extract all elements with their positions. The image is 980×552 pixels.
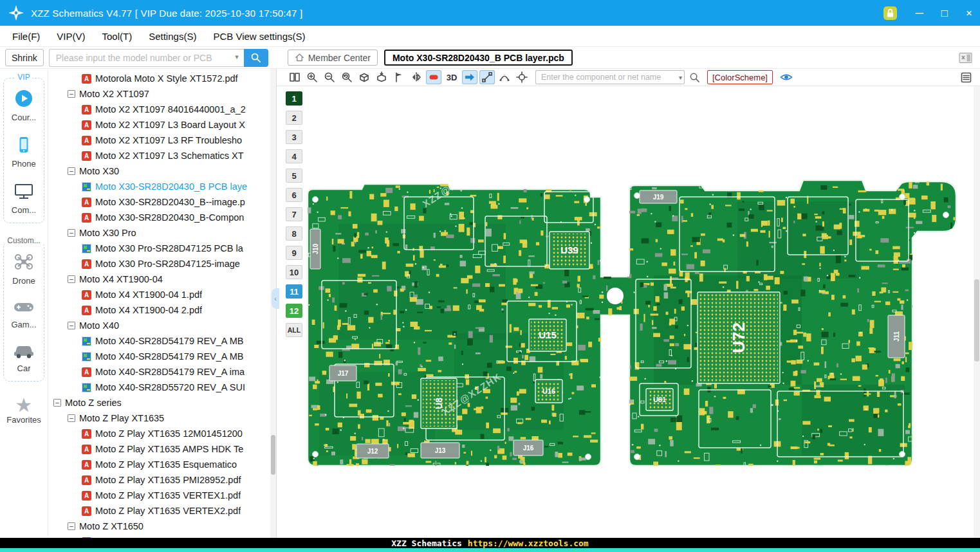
pdf-file-icon[interactable] [82, 120, 91, 130]
pcb-canvas[interactable]: 123456789101112ALL [277, 86, 974, 538]
close-document-icon[interactable] [959, 52, 972, 64]
search-button[interactable] [244, 49, 268, 67]
layer-button[interactable]: 4 [286, 149, 302, 163]
tree-item[interactable]: Moto X2 XT1097 L3 Schematics XT [48, 148, 270, 163]
tree-item[interactable]: Moto Z series [48, 395, 270, 410]
tree-item[interactable]: Moto X40-SR28D54179 REV_A MB [48, 333, 270, 349]
zoom-out-icon[interactable] [322, 70, 337, 84]
sidebar-item-phone[interactable]: Phone [12, 135, 36, 169]
tree-item[interactable]: Moto X40 [48, 318, 270, 333]
pdf-file-icon[interactable] [82, 367, 91, 377]
layer-button[interactable]: 7 [286, 207, 302, 221]
member-center-button[interactable]: Member Center [288, 50, 378, 66]
layer-panel-icon[interactable] [960, 71, 972, 84]
close-button[interactable]: × [966, 8, 972, 19]
pdf-file-icon[interactable] [82, 105, 91, 115]
view-3d-button[interactable]: 3D [443, 73, 460, 82]
canvas-scrollbar-thumb[interactable] [974, 279, 979, 362]
tree-scrollbar-thumb[interactable] [271, 435, 275, 475]
pdf-file-icon[interactable] [82, 198, 91, 207]
menu-item[interactable]: VIP(V) [48, 31, 93, 42]
menu-item[interactable]: Tool(T) [94, 31, 141, 42]
collapse-icon[interactable] [53, 399, 61, 407]
pdf-file-icon[interactable] [82, 136, 91, 145]
menu-item[interactable]: File(F) [4, 31, 48, 42]
license-lock-icon[interactable] [883, 6, 898, 21]
tree-item[interactable]: Moto X30 [48, 163, 270, 179]
layer-button[interactable]: 9 [286, 246, 302, 260]
pdf-file-icon[interactable] [82, 213, 91, 223]
tree-item[interactable]: Moto Z Play XT1635 Esquematico [48, 457, 270, 472]
measure-arc-icon[interactable] [497, 70, 512, 84]
menu-item[interactable]: Settings(S) [140, 31, 205, 42]
sidebar-item-courses[interactable]: Cour... [12, 89, 36, 122]
tree-item[interactable]: Moto X30 Pro [48, 225, 270, 241]
pdf-file-icon[interactable] [82, 491, 91, 501]
tree-item[interactable]: Moto Z Play XT1635 PMI28952.pdf [48, 472, 270, 488]
component-search-dropdown-icon[interactable]: ▾ [679, 74, 682, 81]
collapse-icon[interactable] [68, 275, 75, 283]
tree-item[interactable]: Moto X4 XT1900-04 2.pdf [48, 302, 270, 318]
pdf-file-icon[interactable] [82, 460, 91, 470]
collapse-icon[interactable] [68, 229, 75, 237]
tree-item[interactable]: Moto Z Play XT1635 12M01451200 [48, 426, 270, 441]
tree-item[interactable]: Moto X40-SR28D54179 REV_A ima [48, 364, 270, 380]
pcb-file-icon[interactable] [82, 383, 91, 392]
model-search-input[interactable] [49, 49, 244, 67]
eye-visibility-icon[interactable] [780, 72, 793, 82]
layer-button[interactable]: 3 [286, 130, 302, 144]
collapse-icon[interactable] [68, 322, 75, 329]
pdf-file-icon[interactable] [82, 475, 91, 485]
layer-button[interactable]: ALL [286, 323, 302, 337]
pcb-file-icon[interactable] [82, 182, 91, 192]
pcb-file-icon[interactable] [82, 352, 91, 362]
maximize-button[interactable]: □ [941, 8, 948, 19]
layer-button[interactable]: 6 [286, 188, 302, 202]
tree-item[interactable]: Moto X2 XT1097 84016440001_a_2 [48, 102, 270, 117]
pdf-file-icon[interactable] [82, 506, 91, 516]
collapse-tree-handle[interactable]: ‹ [272, 288, 279, 309]
zoom-in-icon[interactable] [304, 70, 320, 84]
tree-item[interactable]: Moto X30-SR28D20430_B PCB laye [48, 179, 270, 194]
component-search-icon[interactable] [689, 72, 700, 83]
layer-button[interactable]: 10 [286, 265, 302, 279]
tree-item[interactable]: Moto X40-SR28D54179 REV_A MB [48, 349, 270, 364]
shrink-button[interactable]: Shrink [5, 49, 44, 66]
sidebar-item-computer[interactable]: Com... [12, 181, 36, 215]
minimize-button[interactable]: ─ [916, 8, 923, 19]
tree-item[interactable]: Moto X30-SR28D20430_B-Compon [48, 210, 270, 225]
measure-distance-icon[interactable] [479, 70, 495, 84]
layer-button[interactable]: 11 [286, 284, 302, 299]
collapse-icon[interactable] [68, 414, 75, 422]
tree-item[interactable]: Moto X30-SR28D20430_B--image.p [48, 194, 270, 210]
probe-flag-icon[interactable] [391, 70, 407, 84]
pcb-file-icon[interactable] [82, 244, 91, 253]
canvas-scrollbar[interactable] [974, 86, 980, 538]
menu-item[interactable]: PCB View settings(S) [205, 31, 313, 42]
layer-button[interactable]: 2 [286, 111, 302, 125]
tree-item[interactable]: Moto Z Play XT1635 VERTEX2.pdf [48, 503, 270, 519]
board-bottom-view-icon[interactable] [374, 70, 389, 84]
layer-button[interactable]: 12 [286, 304, 302, 318]
colorscheme-button[interactable]: [ColorScheme] [707, 70, 773, 84]
sidebar-item-favorites[interactable]: ★ Favorites [0, 396, 48, 425]
tree-item[interactable]: Moto Z Play XT1635 VERTEX1.pdf [48, 488, 270, 503]
split-view-icon[interactable] [287, 70, 302, 84]
board-top-view-icon[interactable] [356, 70, 372, 84]
pdf-file-icon[interactable] [82, 306, 91, 315]
sidebar-item-game[interactable]: Gam... [11, 299, 36, 329]
pdf-file-icon[interactable] [82, 74, 91, 84]
highlight-mode-icon[interactable] [426, 70, 441, 84]
pcb-file-icon[interactable] [82, 336, 91, 346]
search-dropdown-icon[interactable]: ▾ [235, 53, 239, 61]
tree-item[interactable]: Moto Z Play XT1635 [48, 410, 270, 426]
jump-arrow-icon[interactable] [462, 70, 477, 84]
zoom-reset-icon[interactable] [339, 70, 355, 84]
tree-item[interactable]: Moto X4 XT1900-04 1.pdf [48, 287, 270, 302]
tree-item[interactable]: Moto Z XT1650 [48, 519, 270, 534]
pdf-file-icon[interactable] [82, 259, 91, 269]
collapse-icon[interactable] [68, 90, 75, 98]
component-search-input[interactable] [535, 70, 685, 84]
pick-component-icon[interactable] [514, 70, 530, 84]
document-tab[interactable]: Moto X30-SR28D20430_B PCB layer.pcb [384, 50, 573, 66]
